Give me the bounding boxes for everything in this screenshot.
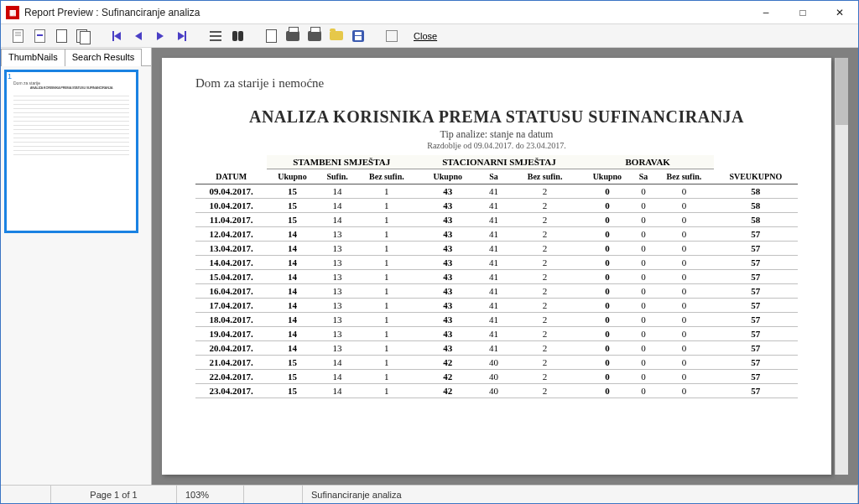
open-button[interactable]	[326, 27, 346, 45]
table-row: 23.04.2017.151414240200057	[195, 384, 798, 398]
first-page-button[interactable]	[107, 27, 127, 45]
report-table: STAMBENI SMJEŠTAJ STACIONARNI SMJEŠTAJ B…	[195, 155, 798, 398]
col-sufin: Sufin.	[318, 169, 357, 184]
col-datum: DATUM	[195, 169, 267, 184]
close-window-button[interactable]: ✕	[821, 1, 858, 23]
table-row: 11.04.2017.151414341200058	[195, 213, 798, 227]
prev-page-button[interactable]	[128, 27, 148, 45]
table-row: 16.04.2017.141314341200057	[195, 284, 798, 299]
status-page: Page 1 of 1	[51, 486, 177, 503]
thumbnail-area: 1 Dom za starije ANALIZA KORISNIKA PREMA…	[1, 66, 151, 485]
table-row: 22.04.2017.151414240200057	[195, 370, 798, 384]
table-row: 13.04.2017.141314341200057	[195, 242, 798, 256]
toolbar: Close	[1, 24, 858, 48]
report-subtitle: Tip analize: stanje na datum	[195, 128, 798, 141]
page-width-button[interactable]	[51, 27, 71, 45]
table-row: 21.04.2017.151414240200057	[195, 356, 798, 370]
table-row: 18.04.2017.141314341200057	[195, 313, 798, 327]
titlebar: ▦ Report Preview : Sufinanciranje analiz…	[1, 1, 858, 24]
statusbar: Page 1 of 1 103% Sufinanciranje analiza	[1, 485, 858, 503]
col-sveukupno: SVEUKUPNO	[714, 169, 798, 184]
side-panel: ThumbNails Search Results 1 Dom za stari…	[1, 48, 152, 485]
multi-page-button[interactable]	[73, 27, 93, 45]
report-title: ANALIZA KORISNIKA PREMA STATUSU SUFINANC…	[195, 107, 798, 127]
table-row: 15.04.2017.141314341200057	[195, 270, 798, 284]
close-link[interactable]: Close	[414, 31, 437, 41]
last-page-button[interactable]	[172, 27, 192, 45]
options-button[interactable]	[382, 27, 402, 45]
col-ukupno: Ukupno	[267, 169, 317, 184]
next-page-button[interactable]	[150, 27, 170, 45]
find-button[interactable]	[227, 27, 247, 45]
maximize-button[interactable]: □	[784, 1, 821, 23]
status-report-name: Sufinanciranje analiza	[303, 486, 858, 503]
col-ukupno: Ukupno	[582, 169, 633, 184]
table-row: 17.04.2017.141314341200057	[195, 299, 798, 313]
table-row: 14.04.2017.141314341200057	[195, 256, 798, 270]
page-thumbnail[interactable]: 1 Dom za starije ANALIZA KORISNIKA PREMA…	[4, 70, 138, 233]
thumbnail-number: 1	[8, 72, 12, 81]
table-row: 19.04.2017.141314341200057	[195, 327, 798, 341]
page-actual-button[interactable]	[8, 27, 28, 45]
thumbnail-preview: Dom za starije ANALIZA KORISNIKA PREMA S…	[7, 72, 136, 160]
app-window: ▦ Report Preview : Sufinanciranje analiz…	[0, 0, 859, 504]
org-name: Dom za starije i nemoćne	[195, 76, 798, 91]
new-doc-button[interactable]	[261, 27, 281, 45]
vertical-scrollbar[interactable]	[835, 58, 848, 475]
col-sa: Sa	[480, 169, 508, 184]
col-bezsufin: Bez sufin.	[357, 169, 416, 184]
col-sa: Sa	[633, 169, 654, 184]
document-area[interactable]: Dom za starije i nemoćne ANALIZA KORISNI…	[152, 48, 858, 485]
col-group-stambeni: STAMBENI SMJEŠTAJ	[267, 155, 416, 169]
minimize-button[interactable]: –	[747, 1, 784, 23]
print-setup-button[interactable]	[283, 27, 303, 45]
col-group-stacionarni: STACIONARNI SMJEŠTAJ	[416, 155, 582, 169]
col-bezsufin: Bez sufin.	[654, 169, 713, 184]
window-title: Report Preview : Sufinanciranje analiza	[24, 7, 747, 18]
save-button[interactable]	[348, 27, 368, 45]
col-group-boravak: BORAVAK	[582, 155, 714, 169]
table-row: 10.04.2017.151414341200058	[195, 199, 798, 213]
tab-thumbnails[interactable]: ThumbNails	[1, 49, 65, 66]
scrollbar-thumb[interactable]	[836, 58, 848, 125]
report-page: Dom za starije i nemoćne ANALIZA KORISNI…	[162, 58, 831, 475]
print-button[interactable]	[305, 27, 325, 45]
app-icon: ▦	[6, 6, 19, 19]
table-row: 20.04.2017.141314341200057	[195, 341, 798, 356]
table-row: 09.04.2017.151414341200058	[195, 184, 798, 199]
main-area: ThumbNails Search Results 1 Dom za stari…	[1, 48, 858, 485]
status-zoom: 103%	[177, 486, 244, 503]
side-tabs: ThumbNails Search Results	[1, 48, 151, 66]
col-ukupno: Ukupno	[416, 169, 480, 184]
page-fit-button[interactable]	[29, 27, 49, 45]
table-row: 12.04.2017.141314341200057	[195, 227, 798, 242]
report-period: Razdoblje od 09.04.2017. do 23.04.2017.	[195, 141, 798, 150]
col-bezsufin: Bez sufin.	[508, 169, 581, 184]
outline-button[interactable]	[206, 27, 226, 45]
tab-search-results[interactable]: Search Results	[65, 49, 143, 66]
